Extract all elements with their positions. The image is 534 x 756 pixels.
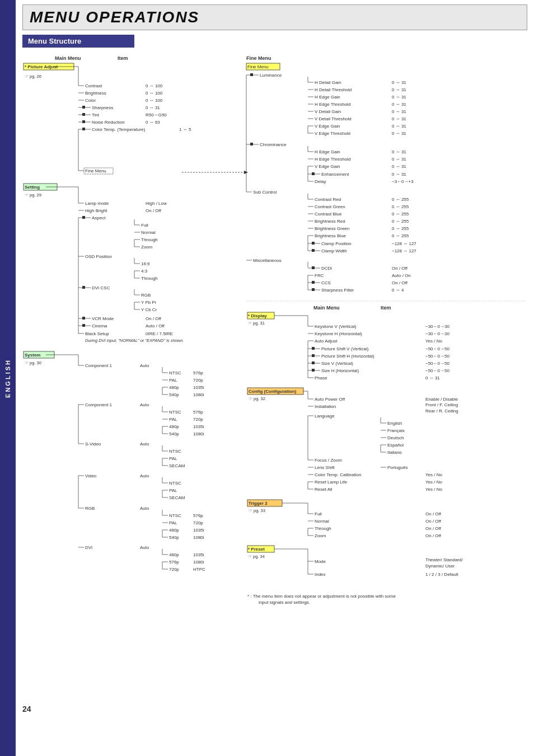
svg-rect-288 <box>312 249 315 252</box>
svg-text:0  ↔  255: 0 ↔ 255 <box>392 219 409 224</box>
svg-text:Auto Adjust: Auto Adjust <box>315 339 338 344</box>
svg-text:V Detail Threshold: V Detail Threshold <box>315 116 352 121</box>
svg-rect-79 <box>82 286 85 289</box>
svg-text:0  ↔  31: 0 ↔ 31 <box>392 131 406 136</box>
svg-text:Auto: Auto <box>140 545 149 550</box>
svg-text:−30←0→30: −30←0→30 <box>425 331 449 336</box>
svg-text:Keystone H (Horizontal): Keystone H (Horizontal) <box>315 331 362 336</box>
svg-text:* Preset: * Preset <box>248 547 265 552</box>
svg-text:0  ↔  31: 0 ↔ 31 <box>392 164 406 169</box>
svg-text:CCS: CCS <box>321 280 331 285</box>
svg-text:S-Video: S-Video <box>85 442 101 447</box>
svg-text:Delay: Delay <box>315 179 326 184</box>
svg-text:−128 ↔  127: −128 ↔ 127 <box>392 248 416 253</box>
svg-rect-34 <box>82 128 85 130</box>
svg-text:Italiano: Italiano <box>387 450 402 455</box>
svg-text:Main Menu: Main Menu <box>313 305 340 311</box>
svg-text:Enable / Disable: Enable / Disable <box>425 397 458 402</box>
svg-text:0  ↔  255: 0 ↔ 255 <box>392 233 409 238</box>
svg-text:Auto / Off: Auto / Off <box>146 323 165 328</box>
svg-text:1  ↔  5: 1 ↔ 5 <box>179 127 191 132</box>
svg-text:☞ pg. 34: ☞ pg. 34 <box>248 554 265 559</box>
svg-text:English: English <box>387 421 402 426</box>
svg-text:Y Pb Pr: Y Pb Pr <box>141 300 157 305</box>
svg-text:0  ↔  255: 0 ↔ 255 <box>392 212 409 217</box>
svg-text:Size H (Horizontal): Size H (Horizontal) <box>321 368 359 373</box>
svg-text:H Detail Threshold: H Detail Threshold <box>315 87 352 92</box>
svg-text:Keystone V (Vertical): Keystone V (Vertical) <box>315 324 357 329</box>
svg-text:0  ↔  31: 0 ↔ 31 <box>425 375 440 381</box>
svg-text:0  ↔  100: 0 ↔ 100 <box>146 91 163 96</box>
svg-text:Language: Language <box>315 414 335 419</box>
svg-text:Contrast Blue: Contrast Blue <box>315 212 342 217</box>
svg-text:Deutsch: Deutsch <box>387 435 404 440</box>
svg-text:☞ pg. 26: ☞ pg. 26 <box>25 74 41 79</box>
svg-text:1035i: 1035i <box>193 424 204 429</box>
svg-text:Normal: Normal <box>141 230 156 235</box>
svg-text:☞ pg. 33: ☞ pg. 33 <box>249 508 265 513</box>
svg-text:Auto: Auto <box>140 506 149 511</box>
svg-text:0  ↔  31: 0 ↔ 31 <box>392 87 406 92</box>
svg-text:4:3: 4:3 <box>141 269 148 274</box>
svg-text:SECAM: SECAM <box>169 495 185 500</box>
svg-rect-29 <box>82 120 85 123</box>
svg-text:Fine Menu: Fine Menu <box>246 55 271 61</box>
svg-text:−50←0→50: −50←0→50 <box>425 368 449 373</box>
svg-text:Contrast Red: Contrast Red <box>315 197 341 202</box>
svg-text:Reset Lamp Life: Reset Lamp Life <box>315 480 348 485</box>
svg-text:Noise Reduction: Noise Reduction <box>92 120 125 125</box>
svg-text:Config (Configuration): Config (Configuration) <box>249 389 297 394</box>
svg-text:NTSC: NTSC <box>169 370 181 375</box>
svg-text:Color: Color <box>85 98 96 103</box>
svg-text:PAL: PAL <box>169 378 177 383</box>
svg-text:0  ↔  31: 0 ↔ 31 <box>392 102 406 107</box>
svg-text:−50←0→50: −50←0→50 <box>425 361 449 366</box>
svg-text:DCDi: DCDi <box>321 266 332 271</box>
svg-text:Sub Control: Sub Control <box>253 190 277 195</box>
svg-text:1080i: 1080i <box>193 431 204 436</box>
svg-text:1035i: 1035i <box>193 385 204 390</box>
svg-text:H Edge Gain: H Edge Gain <box>315 149 340 154</box>
svg-rect-235 <box>250 143 253 145</box>
svg-text:0  ↔  31: 0 ↔ 31 <box>392 124 406 129</box>
svg-text:480p: 480p <box>169 385 179 390</box>
svg-text:☞ pg. 29: ☞ pg. 29 <box>25 192 41 198</box>
diagram-container: Main Menu Item Fine Menu * Picture Adjus… <box>22 52 526 701</box>
svg-text:Size V (Vertical): Size V (Vertical) <box>321 361 353 366</box>
svg-text:During DVI input, "NORMAL" or : During DVI input, "NORMAL" or "EXPAND" i… <box>85 338 184 343</box>
svg-text:☞ pg. 32: ☞ pg. 32 <box>249 396 265 401</box>
svg-marker-4 <box>244 171 248 174</box>
svg-text:Luminance: Luminance <box>260 73 282 78</box>
svg-rect-334 <box>312 347 315 350</box>
svg-text:Index: Index <box>315 572 326 577</box>
svg-text:0  ↔  31: 0 ↔ 31 <box>392 109 406 114</box>
svg-text:Full: Full <box>141 223 148 228</box>
svg-text:Theater/ Standard/: Theater/ Standard/ <box>425 557 463 562</box>
svg-rect-346 <box>312 361 315 364</box>
svg-rect-297 <box>312 266 315 269</box>
svg-text:H Edge Threshold: H Edge Threshold <box>315 102 350 107</box>
svg-text:HTPC: HTPC <box>193 567 205 572</box>
svg-text:V Edge Threshold: V Edge Threshold <box>315 131 350 136</box>
svg-text:Color Temp. (Temperature): Color Temp. (Temperature) <box>92 127 146 132</box>
svg-text:−30←0→30: −30←0→30 <box>425 324 449 329</box>
svg-text:Item: Item <box>118 55 128 61</box>
svg-text:−128 ↔  127: −128 ↔ 127 <box>392 241 416 246</box>
svg-text:Picture Shift H (Horizontal): Picture Shift H (Horizontal) <box>321 354 374 359</box>
svg-text:H Detail Gain: H Detail Gain <box>315 80 341 85</box>
svg-text:On / Off: On / Off <box>425 519 442 524</box>
svg-text:Mode: Mode <box>315 559 326 564</box>
svg-text:Auto: Auto <box>140 363 149 368</box>
svg-text:Component 1: Component 1 <box>85 402 113 407</box>
svg-text:Auto Power Off: Auto Power Off <box>315 397 345 402</box>
svg-rect-54 <box>82 216 85 219</box>
svg-text:Item: Item <box>381 305 391 311</box>
svg-text:Enhancement: Enhancement <box>321 172 349 177</box>
svg-text:0  ↔  31: 0 ↔ 31 <box>392 157 406 162</box>
svg-text:0IRE / 7.5IRE: 0IRE / 7.5IRE <box>146 331 173 336</box>
svg-text:1080i: 1080i <box>193 392 204 397</box>
svg-text:Y Cb Cr: Y Cb Cr <box>141 307 157 312</box>
sidebar-label: ENGLISH <box>4 359 11 398</box>
svg-text:Brightness Green: Brightness Green <box>315 226 349 231</box>
svg-text:1080i: 1080i <box>193 535 204 540</box>
